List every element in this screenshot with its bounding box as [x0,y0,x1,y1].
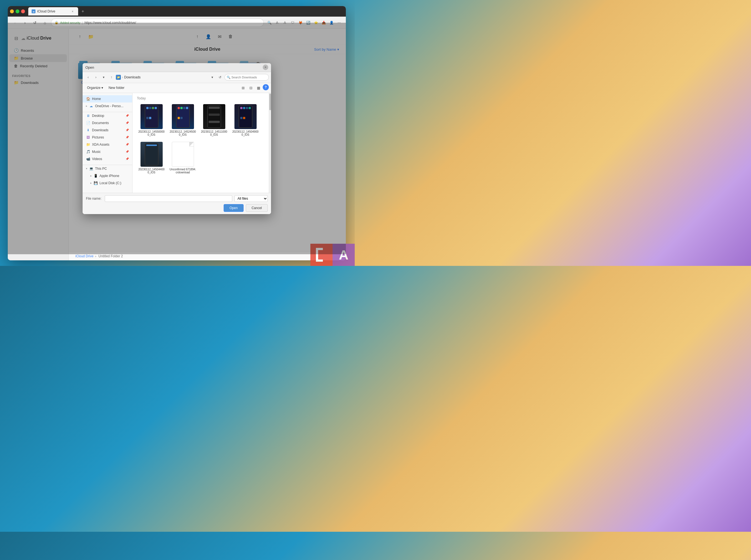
phone-screen-4 [239,106,252,127]
phone-frame-5 [145,143,158,166]
file-screen-4 [234,104,257,129]
file-name-1: 20230112_145500000_iOS [138,130,165,136]
iphone-icon: 📱 [93,174,98,178]
dialog-sidebar-this-pc[interactable]: ▾ 💻 This PC [82,165,132,172]
dialog-nav: ‹ › ▾ ↑ 📁 › Downloads ▾ ↺ 🔍 [82,72,271,83]
file-item-2[interactable]: 20230112_145245000_iOS [168,102,197,138]
phone-screen-5 [145,143,158,165]
filename-input[interactable] [105,195,232,202]
dialog-dropdown-button[interactable]: ▾ [100,74,107,81]
desktop-label: Desktop [92,114,104,118]
new-folder-dialog-button[interactable]: New folder [107,85,127,91]
app-dot [186,107,188,109]
dialog-forward-button[interactable]: › [93,74,99,81]
dialog-sidebar-apple-iphone[interactable]: ▸ 📱 Apple iPhone [82,172,132,179]
view-list-button[interactable]: ⊟ [247,84,254,92]
view-buttons: ⊞ ⊟ ▦ ? [239,84,269,92]
app-dot [152,107,154,109]
dialog-close-button[interactable]: × [263,64,268,70]
app-dot [146,144,157,146]
dialog-sidebar-music[interactable]: 🎵 Music 📌 [82,148,132,155]
app-dot [209,121,220,123]
file-item-5[interactable]: 20230112_145044000_iOS [137,140,166,176]
new-tab-button[interactable]: + [79,8,86,15]
local-disk-label: Local Disk (C:) [99,181,121,185]
dialog-up-button[interactable]: ↑ [108,74,115,81]
dialog-files: Today [133,93,269,193]
home-icon: 🏠 [86,97,90,101]
view-icons-button[interactable]: ⊞ [239,84,247,92]
dialog-sidebar-videos[interactable]: 📹 Videos 📌 [82,155,132,163]
dialog-path: 📁 › Downloads [116,75,208,80]
dialog-sidebar-downloads[interactable]: ⬇ Downloads 📌 [82,126,132,134]
videos-icon: 📹 [86,157,90,161]
dialog-sidebar-documents[interactable]: 📄 Documents 📌 [82,119,132,126]
active-tab[interactable]: ☁ iCloud Drive × [28,7,78,16]
onedrive-label: OneDrive - Perso... [95,104,123,108]
app-dot [240,117,243,119]
search-downloads-input[interactable] [225,74,269,81]
breadcrumb-current: Untitled Folder 2 [98,254,123,258]
desktop-icon: 🖥 [86,114,90,118]
phone-screen-2 [176,106,189,127]
documents-icon: 📄 [86,121,90,125]
file-item-1[interactable]: 20230112_145500000_iOS [137,102,166,138]
documents-label: Documents [92,121,109,125]
this-pc-label: This PC [95,167,107,171]
dialog-footer: File name: All files Open Cancel [82,193,271,214]
file-item-6[interactable]: Unconfirmed 671894.crdownload [168,140,197,176]
onedrive-icon: ☁ [89,104,93,108]
file-screen-1 [140,104,163,129]
open-button[interactable]: Open [224,204,243,212]
dialog-sidebar-local-disk[interactable]: ▸ 💾 Local Disk (C:) [82,179,132,187]
phone-frame-2 [176,105,190,128]
organize-label: Organize [87,86,101,90]
dialog-path-dropdown[interactable]: ▾ [209,74,216,81]
close-button[interactable] [21,9,25,13]
tab-close-button[interactable]: × [71,9,75,14]
dialog-sidebar-home[interactable]: 🏠 Home [82,95,132,102]
music-label: Music [92,150,101,154]
maximize-button[interactable] [16,9,19,13]
phone-screen-3 [208,106,220,127]
help-button[interactable]: ? [263,84,269,90]
view-detail-button[interactable]: ▦ [255,84,262,92]
breadcrumb-icloud-drive[interactable]: iCloud Drive [75,254,93,258]
dialog-sidebar: 🏠 Home ▸ ☁ OneDrive - Perso... 🖥 Desktop… [82,93,133,193]
tab-label: iCloud Drive [37,9,55,13]
local-disk-icon: 💾 [93,181,98,185]
xda-pin: 📌 [126,143,129,146]
minimize-button[interactable] [10,9,14,13]
app-dot [180,117,182,119]
app-dot [155,107,157,109]
scrollbar-track[interactable] [269,93,271,193]
phone-frame-1 [145,105,158,128]
organize-button[interactable]: Organize ▾ [85,85,105,91]
downloads-sidebar-label: Downloads [92,128,108,132]
breadcrumb-arrow: ▸ [95,254,97,258]
app-dot [209,107,220,109]
phone-frame-3 [207,105,221,128]
phone-frame-4 [238,105,252,128]
files-group-label: Today [135,95,267,101]
pictures-label: Pictures [92,136,104,139]
downloads-sidebar-icon: ⬇ [86,128,90,133]
dialog-sidebar-desktop[interactable]: 🖥 Desktop 📌 [82,112,132,119]
path-icon: 📁 [116,75,121,80]
filetype-select[interactable]: All files [234,195,268,202]
file-item-3[interactable]: 20230112_145110000_iOS [199,102,229,138]
search-container: 🔍 [225,74,269,81]
dialog-sidebar-xda[interactable]: 📁 XDA Assets 📌 [82,141,132,148]
dialog-back-button[interactable]: ‹ [85,74,92,81]
dialog-sidebar-onedrive[interactable]: ▸ ☁ OneDrive - Perso... [82,102,132,110]
file-item-4[interactable]: 20230112_145049000_iOS [231,102,260,138]
organize-arrow: ▾ [101,86,103,90]
dialog-refresh-button[interactable]: ↺ [217,74,223,81]
file-thumb-2 [172,104,194,129]
cancel-button[interactable]: Cancel [246,204,268,212]
file-doc-6 [172,142,194,167]
app-dot [209,114,220,116]
scrollbar-thumb[interactable] [269,94,271,110]
xda-icon: 📁 [86,142,90,147]
dialog-sidebar-pictures[interactable]: 🖼 Pictures 📌 [82,134,132,141]
